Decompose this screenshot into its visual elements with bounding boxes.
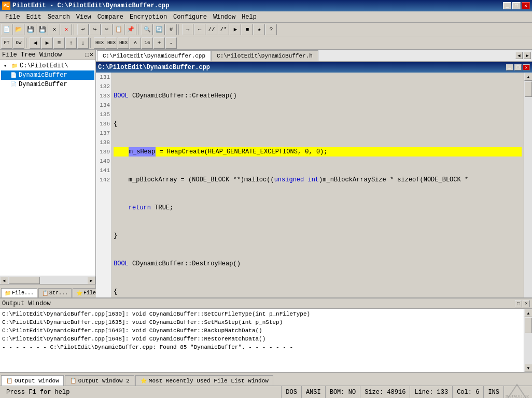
output-content[interactable]: C:\PilotEdit\DynamicBuffer.cpp[1630]: vo… [0,309,524,372]
tb2-num[interactable]: 16 [142,37,153,49]
tb-replace[interactable]: 🔄 [153,24,165,35]
output-scroll-track[interactable] [524,317,532,364]
right-main: C:\PilotEdit\DynamicBuffer.cpp C:\PilotE… [96,50,532,297]
rtab-cpp[interactable]: C:\PilotEdit\DynamicBuffer.cpp [97,50,211,61]
tb-unindent[interactable]: ← [194,24,205,35]
cpp-editor-buttons: _ □ ✕ [506,64,530,70]
tab-nav-left[interactable]: ◀ [515,52,523,59]
tb2-hex3[interactable]: HEX [118,37,129,49]
tree-hscroll-track[interactable] [8,276,87,284]
cpp-vscrollbar[interactable]: ▲ ▼ [524,73,532,297]
tb2-hex2[interactable]: HEX [106,37,117,49]
cpp-scroll-up[interactable]: ▲ [524,73,532,81]
tb-find[interactable]: 🔍 [142,24,153,35]
tb-save-all[interactable]: 💾 [37,24,48,35]
tb2-zoom-out[interactable]: - [165,37,177,49]
tree-hscroll-thumb[interactable] [9,277,40,284]
tb-indent[interactable]: → [182,24,193,35]
tb-delete[interactable]: ✕ [61,24,72,35]
output-vscrollbar[interactable]: ▲ ▼ [524,309,532,372]
tb-cut[interactable]: ✂ [101,24,113,35]
tb-close[interactable]: ✕ [49,24,60,35]
tree-item-0[interactable]: ▾ 📁 C:\PilotEdit\ [1,61,94,70]
tb2-search-prev[interactable]: ◀ [30,37,41,49]
cpp-min-btn[interactable]: _ [506,64,513,70]
tb-paste[interactable]: 📌 [125,24,136,35]
menu-configure[interactable]: Configure [170,12,210,22]
tb2-list[interactable]: ≡ [53,37,65,49]
status-line: Line: 133 [410,386,453,398]
tb-new[interactable]: 📄 [1,24,12,35]
tb2-a[interactable]: A [130,37,141,49]
output-close-btn[interactable]: ✕ [523,300,530,307]
tb-run[interactable]: ▶ [230,24,241,35]
tb-comment[interactable]: // [206,24,217,35]
tree-item-1[interactable]: 📄 DynamicBuffer [1,70,94,80]
menu-edit[interactable]: Edit [23,12,45,22]
output-scroll-up[interactable]: ▲ [524,309,532,317]
bottom-tab-recent[interactable]: ⭐ Most Recently Used File List Window [135,375,273,386]
cpp-code-area[interactable]: BOOL CDynamicBuffer::CreateHeap() { m_sH… [111,73,524,297]
tab-nav-right[interactable]: ▶ [524,52,531,59]
maximize-button[interactable]: □ [512,2,521,9]
close-button[interactable]: ✕ [522,2,530,9]
status-bar: Press F1 for help DOS ANSI BOM: NO Size:… [0,386,532,398]
tb-copy[interactable]: 📋 [113,24,124,35]
menu-window[interactable]: Window [210,12,239,22]
rtab-h[interactable]: C:\PilotEdit\DynamicBuffer.h [211,50,318,61]
tb-stop[interactable]: ■ [242,24,253,35]
tb-mark[interactable]: ★ [254,24,265,35]
tb-redo[interactable]: ↪ [89,24,101,35]
menu-search[interactable]: Search [45,12,73,22]
menu-encryption[interactable]: Encryption [127,12,170,22]
tb-open[interactable]: 📂 [13,24,24,35]
tb-help[interactable]: ? [265,24,277,35]
tb2-hex[interactable]: HEX [94,37,105,49]
panel-close-btn[interactable]: ✕ [90,51,93,59]
tb-save[interactable]: 💾 [25,24,36,35]
cpp-scroll-track[interactable] [524,81,532,297]
output-line-4: C:\PilotEdit\DynamicBuffer.cpp[1648]: vo… [2,335,522,343]
menu-help[interactable]: Help [239,12,260,22]
tree-hscroll-left[interactable]: ◀ [0,276,8,285]
tb2-up[interactable]: ↑ [65,37,77,49]
tree-hscroll[interactable]: ◀ ▶ [0,276,96,284]
left-tab-file[interactable]: 📁 File... [1,288,37,297]
code-line-138: { [114,287,522,296]
menu-view[interactable]: View [73,12,94,22]
cpp-max-btn[interactable]: □ [514,64,522,70]
tb-goto[interactable]: # [165,24,177,35]
output-float-btn[interactable]: ⬚ [515,300,522,307]
bottom-tab-output[interactable]: 📋 Output Window [1,375,64,386]
status-mode-text: INS [488,389,499,396]
tb2-zoom-in[interactable]: + [153,37,165,49]
minimize-button[interactable]: _ [503,2,511,9]
tb-uncomment[interactable]: /* [218,24,229,35]
panel-float-btn[interactable]: ⬚ [86,51,89,59]
status-bom-text: BOM: NO [330,389,356,396]
bottom-panel: Output Window ⬚ ✕ C:\PilotEdit\DynamicBu… [0,297,532,386]
tb2-search-next[interactable]: ▶ [41,37,53,49]
cpp-close-btn[interactable]: ✕ [523,64,530,70]
tb2-filetree[interactable]: FT [1,37,12,49]
tb2-output[interactable]: OW [13,37,24,49]
code-line-135: return TRUE; [114,203,522,212]
menu-file[interactable]: File [2,12,23,22]
left-tab-str[interactable]: 📋 Str... [38,288,72,297]
tree-hscroll-right[interactable]: ▶ [87,276,95,285]
code-line-131: BOOL CDynamicBuffer::CreateHeap() [114,91,522,101]
bottom-tab-output2[interactable]: 📋 Output Window 2 [65,375,134,386]
tb-undo[interactable]: ↩ [77,24,89,35]
output-scroll-thumb[interactable] [525,318,532,333]
tb-sep2 [138,24,140,35]
code-line-137: BOOL CDynamicBuffer::DestroyHeap() [114,259,522,268]
output-header: Output Window ⬚ ✕ [0,298,532,309]
menu-compare[interactable]: Compare [94,12,127,22]
tb2-sep2 [90,38,92,48]
cpp-scroll-thumb[interactable] [525,81,532,97]
tree-item-2[interactable]: 📄 DynamicBuffer [1,80,94,89]
status-charset-text: ANSI [306,389,321,396]
output-scroll-down[interactable]: ▼ [524,364,532,372]
tb2-down[interactable]: ↓ [77,37,89,49]
menu-bar: File Edit Search View Compare Encryption… [0,11,532,23]
